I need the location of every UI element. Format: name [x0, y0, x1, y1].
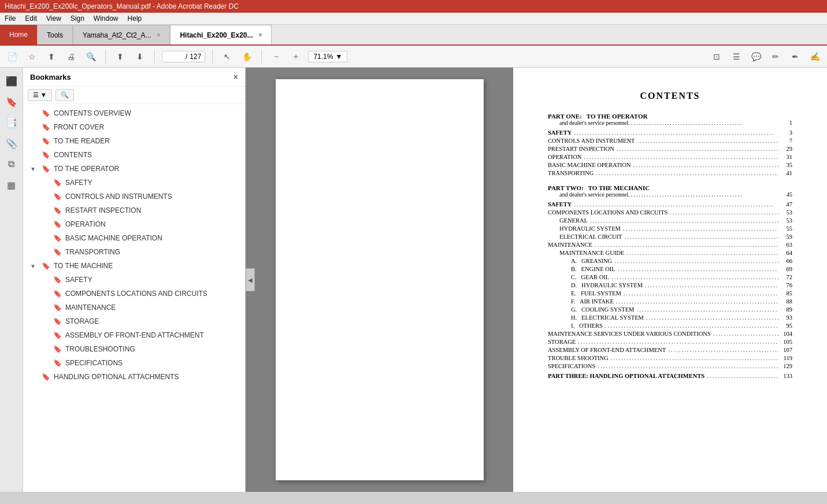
toc-gear-oil-label: C. GEAR OIL — [571, 274, 609, 280]
toc-maintenance-services-dots: ........................................… — [713, 331, 778, 337]
toc-transporting-dots: ........................................… — [596, 170, 778, 176]
toc-safety-1-dots: ........................................… — [574, 129, 778, 136]
bookmark-contents-overview[interactable]: 🔖 CONTENTS OVERVIEW — [23, 106, 245, 120]
toc-maintenance-guide-dots: ........................................… — [626, 250, 778, 256]
scroll-down-icon[interactable]: ⬇ — [132, 49, 147, 64]
bookmark-controls-instruments[interactable]: 🔖 CONTROLS AND INSTRUMENTS — [23, 190, 245, 203]
new-file-icon[interactable]: 📄 — [5, 49, 20, 64]
bookmark-safety-2[interactable]: 🔖 SAFETY — [23, 273, 245, 287]
bookmark-handling-optional[interactable]: 🔖 HANDLING OPTIONAL ATTACHMENTS — [23, 370, 245, 384]
toc-specifications-dots: ........................................… — [598, 363, 778, 369]
toc-air-intake-dots: ........................................… — [616, 298, 778, 305]
menu-view[interactable]: View — [46, 14, 61, 23]
sidebar-icon-fields[interactable]: ▦ — [3, 176, 20, 194]
draw-icon[interactable]: ✒ — [788, 49, 803, 64]
bookmark-icon: 🔖 — [53, 345, 62, 353]
tab-tools[interactable]: Tools — [37, 25, 73, 45]
toc-components-label: COMPONENTS LOCATIONS AND CIRCUITS — [548, 209, 667, 216]
sidebar-icon-recent[interactable]: ⬛ — [3, 72, 20, 90]
toc-trouble-shooting-page: 119 — [781, 355, 792, 361]
bookmark-add-icon[interactable]: ☆ — [24, 49, 39, 64]
zoom-out-icon[interactable]: － — [269, 49, 284, 64]
toc-maintenance-services-page: 104 — [781, 331, 792, 337]
bookmark-components-locations[interactable]: 🔖 COMPONENTS LOCATIONS AND CIRCUITS — [23, 287, 245, 301]
toc-electrical-circuit-page: 59 — [781, 234, 792, 240]
menu-bar: File Edit View Sign Window Help — [0, 13, 827, 25]
bookmark-label-front-cover: FRONT COVER — [54, 123, 104, 131]
bookmark-restart-inspection[interactable]: 🔖 RESTART INSPECTION — [23, 203, 245, 217]
cursor-icon[interactable]: ↖ — [220, 49, 235, 64]
toc-greasing-label: A. GREASING — [571, 258, 612, 264]
toc-safety-2-page: 47 — [781, 201, 792, 207]
bookmarks-close[interactable]: × — [233, 72, 238, 81]
toc-part-three-label: PART THREE: HANDLING OPTIONAL ATTACHMENT… — [548, 373, 704, 379]
bookmark-specifications[interactable]: 🔖 SPECIFICATIONS — [23, 356, 245, 370]
toc-others: I. OTHERS ..............................… — [571, 323, 792, 329]
bookmarks-options-btn[interactable]: ☰ ▼ — [28, 89, 52, 101]
bookmarks-search-btn[interactable]: 🔍 — [55, 89, 74, 101]
bookmark-front-cover[interactable]: 🔖 FRONT COVER — [23, 120, 245, 134]
toc-prestart: PRESTART INSPECTION ....................… — [548, 146, 792, 152]
sign-icon[interactable]: ✍ — [807, 49, 822, 64]
bookmark-basic-machine[interactable]: 🔖 BASIC MACHINE OPERATION — [23, 231, 245, 245]
menu-edit[interactable]: Edit — [25, 14, 37, 23]
scroll-up-icon[interactable]: ⬆ — [113, 49, 128, 64]
toc-specifications-label: SPECIFICATIONS — [548, 363, 595, 369]
expand-to-the-operator[interactable]: ▼ — [30, 166, 38, 172]
fit-page-icon[interactable]: ⊡ — [709, 49, 724, 64]
zoom-value: 71.1% — [313, 53, 333, 61]
toc-specifications: SPECIFICATIONS .........................… — [548, 363, 792, 369]
toc-hydraulic-system-2-dots: ........................................… — [645, 282, 778, 288]
tab-hitachi[interactable]: Hitachi_Ex200_Ex20... × — [170, 25, 272, 45]
bookmark-contents[interactable]: 🔖 CONTENTS — [23, 148, 245, 162]
bookmark-label-safety-1: SAFETY — [65, 179, 92, 187]
bookmark-to-the-reader[interactable]: 🔖 TO THE READER — [23, 134, 245, 148]
share-icon[interactable]: ⬆ — [44, 49, 59, 64]
sidebar-icon-bookmarks-active[interactable]: 📑 — [3, 114, 20, 131]
toc-storage-dots: ........................................… — [578, 339, 778, 345]
toc-electrical-system-label: H. ELECTRICAL SYSTEM — [571, 314, 644, 321]
sidebar-icon-bookmark[interactable]: 🔖 — [3, 93, 20, 110]
comment-icon[interactable]: 💬 — [748, 49, 763, 64]
expand-to-the-machine[interactable]: ▼ — [30, 263, 38, 269]
tab-hitachi-close[interactable]: × — [259, 32, 262, 38]
bookmark-transporting[interactable]: 🔖 TRANSPORTING — [23, 245, 245, 259]
menu-help[interactable]: Help — [128, 14, 142, 23]
highlight-icon[interactable]: ✏ — [768, 49, 783, 64]
tab-home[interactable]: Home — [0, 25, 37, 45]
toc-hydraulic-system-2-label: D. HYDRAULIC SYSTEM — [571, 282, 643, 288]
hand-icon[interactable]: ✋ — [239, 49, 254, 64]
zoom-display[interactable]: 71.1% ▼ — [308, 51, 347, 62]
bookmark-assembly-front-end[interactable]: 🔖 ASSEMBLY OF FRONT-END ATTACHMENT — [23, 328, 245, 342]
menu-file[interactable]: File — [5, 14, 16, 23]
tools-icon[interactable]: ☰ — [729, 49, 744, 64]
page-input[interactable]: 4 — [166, 53, 183, 61]
bookmark-troubleshooting[interactable]: 🔖 TROUBLESHOOTING — [23, 342, 245, 356]
toc-hydraulic-system-2-page: 76 — [781, 282, 792, 288]
toc-greasing-dots: ........................................… — [614, 258, 778, 264]
toc-maintenance-page: 63 — [781, 242, 792, 248]
bookmark-icon: 🔖 — [42, 262, 50, 270]
menu-window[interactable]: Window — [94, 14, 118, 23]
sidebar-icon-attachment[interactable]: 📎 — [3, 135, 20, 152]
zoom-in-icon[interactable]: ＋ — [288, 49, 303, 64]
bookmark-to-the-machine[interactable]: ▼ 🔖 TO THE MACHINE — [23, 259, 245, 273]
search-icon[interactable]: 🔍 — [83, 49, 98, 64]
tab-yamaha-close[interactable]: × — [157, 32, 161, 38]
sidebar-icon-layers[interactable]: ⧉ — [3, 155, 20, 173]
bookmark-storage[interactable]: 🔖 STORAGE — [23, 314, 245, 328]
toc-trouble-shooting-dots: ........................................… — [611, 355, 778, 361]
bookmark-to-the-operator[interactable]: ▼ 🔖 TO THE OPERATOR — [23, 162, 245, 176]
zoom-dropdown-icon: ▼ — [335, 53, 342, 61]
toc-safety-2-dots: ........................................… — [574, 201, 778, 207]
bookmark-safety-1[interactable]: 🔖 SAFETY — [23, 176, 245, 190]
print-icon[interactable]: 🖨 — [64, 49, 79, 64]
bookmark-operation[interactable]: 🔖 OPERATION — [23, 217, 245, 231]
bookmark-label-operation: OPERATION — [65, 220, 106, 228]
bookmark-maintenance[interactable]: 🔖 MAINTENANCE — [23, 301, 245, 314]
menu-sign[interactable]: Sign — [71, 14, 84, 23]
tab-yamaha[interactable]: Yamaha_At2_Ct2_A... × — [73, 25, 170, 45]
toc-basic-machine: BASIC MACHINE OPERATION ................… — [548, 162, 792, 168]
toc-engine-oil-page: 69 — [781, 266, 792, 272]
collapse-panel-btn[interactable]: ◀ — [246, 268, 255, 291]
